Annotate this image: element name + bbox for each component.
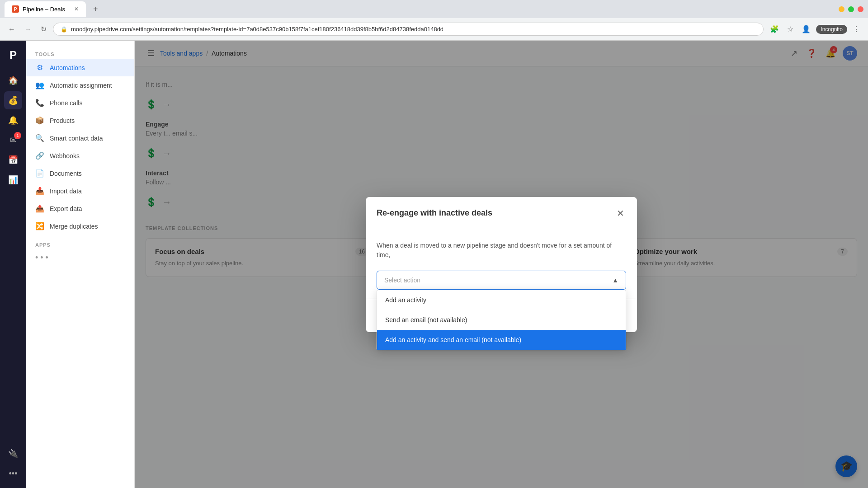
- new-tab-button[interactable]: +: [90, 3, 102, 16]
- nav-sidebar: TOOLS ⚙ Automations 👥 Automatic assignme…: [26, 41, 135, 488]
- smart-contact-label: Smart contact data: [50, 135, 103, 142]
- back-button[interactable]: ←: [5, 23, 18, 35]
- sidebar-icon-more[interactable]: •••: [4, 465, 22, 483]
- modal-description: When a deal is moved to a new pipeline s…: [377, 241, 626, 260]
- sidebar-item-products[interactable]: 📦 Products: [26, 112, 134, 129]
- incognito-badge: Incognito: [816, 25, 847, 34]
- sidebar-item-merge-duplicates[interactable]: 🔀 Merge duplicates: [26, 217, 134, 235]
- import-icon: 📥: [35, 187, 44, 195]
- tab-label: Pipeline – Deals: [23, 6, 65, 13]
- webhooks-label: Webhooks: [50, 152, 80, 160]
- browser-chrome: P Pipeline – Deals ✕ + ← → ↻ 🔒 moodjoy.p…: [0, 0, 868, 41]
- documents-label: Documents: [50, 170, 82, 177]
- modal-close-button[interactable]: ✕: [615, 206, 626, 221]
- sidebar-item-webhooks[interactable]: 🔗 Webhooks: [26, 147, 134, 164]
- tab-close-icon[interactable]: ✕: [74, 6, 79, 12]
- sidebar-icon-reports[interactable]: 📊: [4, 171, 22, 189]
- star-button[interactable]: ☆: [784, 22, 796, 36]
- sidebar-icon-plugins[interactable]: 🔌: [4, 445, 22, 463]
- automatic-assignment-icon: 👥: [35, 81, 44, 89]
- select-trigger[interactable]: Select action ▲: [377, 271, 626, 290]
- sidebar-item-export-data[interactable]: 📤 Export data: [26, 200, 134, 217]
- window-close[interactable]: [858, 6, 863, 12]
- sidebar-item-phone-calls[interactable]: 📞 Phone calls: [26, 94, 134, 112]
- icon-sidebar: P 🏠 💰 🔔 ✉1 📅 📊 🔌 •••: [0, 41, 26, 488]
- browser-tab[interactable]: P Pipeline – Deals ✕: [5, 1, 86, 17]
- tab-icon: P: [12, 5, 19, 13]
- modal-title: Re-engage with inactive deals: [377, 208, 492, 218]
- phone-calls-label: Phone calls: [50, 99, 82, 107]
- documents-icon: 📄: [35, 169, 44, 178]
- sidebar-item-automations[interactable]: ⚙ Automations: [26, 59, 134, 76]
- export-label: Export data: [50, 205, 82, 212]
- products-label: Products: [50, 117, 75, 124]
- dropdown-item-add-activity[interactable]: Add an activity: [377, 290, 626, 310]
- dropdown-item-add-activity-send-email[interactable]: Add an activity and send an email (not a…: [377, 330, 626, 350]
- dropdown-item-send-email[interactable]: Send an email (not available): [377, 310, 626, 330]
- menu-button[interactable]: ⋮: [850, 22, 863, 36]
- extensions-button[interactable]: 🧩: [767, 22, 782, 36]
- export-icon: 📤: [35, 204, 44, 213]
- url-text: moodjoy.pipedrive.com/settings/automatio…: [71, 26, 443, 33]
- main-content: ☰ Tools and apps / Automations ↗ ❓ 🔔4 ST…: [135, 41, 868, 488]
- automations-icon: ⚙: [35, 63, 44, 72]
- sidebar-more-apps: • • •: [26, 249, 134, 266]
- modal-header: Re-engage with inactive deals ✕: [366, 197, 637, 228]
- window-maximize[interactable]: [848, 6, 854, 12]
- smart-contact-icon: 🔍: [35, 134, 44, 142]
- select-placeholder: Select action: [384, 277, 420, 284]
- automatic-assignment-label: Automatic assignment: [50, 82, 112, 89]
- products-icon: 📦: [35, 116, 44, 125]
- sidebar-item-import-data[interactable]: 📥 Import data: [26, 182, 134, 200]
- import-label: Import data: [50, 188, 82, 195]
- automations-label: Automations: [50, 64, 85, 71]
- sidebar-item-automatic-assignment[interactable]: 👥 Automatic assignment: [26, 76, 134, 94]
- tools-section-label: TOOLS: [26, 48, 134, 59]
- pipedrive-logo[interactable]: P: [4, 46, 22, 64]
- phone-calls-icon: 📞: [35, 99, 44, 107]
- chevron-up-icon: ▲: [612, 277, 618, 284]
- forward-button[interactable]: →: [22, 23, 34, 35]
- select-container: Select action ▲ Add an activity Send an …: [377, 271, 626, 290]
- sidebar-icon-deals[interactable]: 💰: [4, 91, 22, 109]
- lock-icon: 🔒: [61, 26, 67, 33]
- sidebar-icon-notifications[interactable]: 🔔: [4, 111, 22, 129]
- merge-label: Merge duplicates: [50, 223, 98, 230]
- modal-body: When a deal is moved to a new pipeline s…: [366, 228, 637, 299]
- reload-button[interactable]: ↻: [38, 23, 49, 35]
- sidebar-item-smart-contact-data[interactable]: 🔍 Smart contact data: [26, 129, 134, 147]
- webhooks-icon: 🔗: [35, 151, 44, 160]
- dropdown-menu: Add an activity Send an email (not avail…: [377, 290, 626, 350]
- profile-button[interactable]: 👤: [799, 22, 813, 36]
- sidebar-icon-mail[interactable]: ✉1: [4, 131, 22, 149]
- apps-section-label: APPS: [26, 235, 134, 249]
- sidebar-item-documents[interactable]: 📄 Documents: [26, 164, 134, 182]
- modal: Re-engage with inactive deals ✕ When a d…: [366, 197, 637, 332]
- address-bar[interactable]: 🔒 moodjoy.pipedrive.com/settings/automat…: [53, 23, 764, 36]
- sidebar-icon-home[interactable]: 🏠: [4, 71, 22, 89]
- merge-icon: 🔀: [35, 222, 44, 230]
- modal-overlay: Re-engage with inactive deals ✕ When a d…: [135, 41, 868, 488]
- window-minimize[interactable]: [839, 6, 844, 12]
- sidebar-icon-calendar[interactable]: 📅: [4, 151, 22, 169]
